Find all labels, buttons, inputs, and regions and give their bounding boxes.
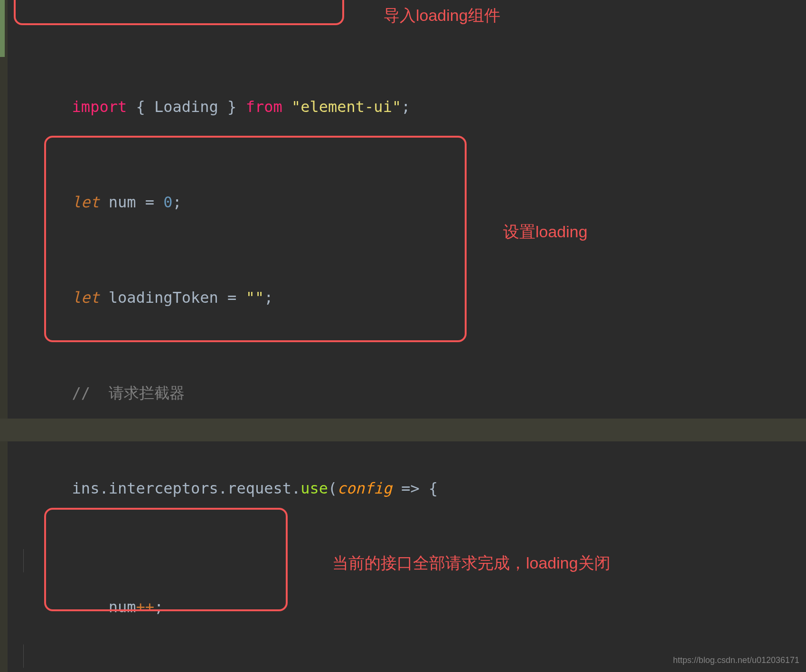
kw-let: let (72, 289, 100, 307)
string: "" (246, 289, 264, 307)
code-line[interactable]: // 请求拦截器 (17, 358, 806, 382)
annotation-set-loading: 设置loading (503, 221, 588, 243)
semicolon: ; (401, 98, 410, 116)
op: ++ (136, 598, 154, 616)
arrow: => (401, 479, 420, 497)
brace: { (136, 98, 154, 116)
annotation-close-loading: 当前的接口全部请求完成，loading关闭 (332, 552, 610, 574)
string: "element-ui" (291, 98, 401, 116)
gutter-change-marker (0, 0, 5, 57)
code-editor: import { Loading } from "element-ui"; le… (0, 0, 806, 672)
brace: } (218, 98, 237, 116)
code-line[interactable]: let num = 0; (17, 168, 806, 191)
code-line[interactable]: let loadingToken = ""; (17, 263, 806, 286)
identifier: ins.interceptors.request. (72, 479, 301, 497)
semicolon: ; (173, 193, 182, 211)
code-line[interactable]: import { Loading } from "element-ui"; (17, 72, 806, 95)
param: config (337, 479, 392, 497)
code-line[interactable]: ins.interceptors.request.use(config => { (17, 454, 806, 477)
number: 0 (163, 193, 172, 211)
annotation-import: 导入loading组件 (384, 5, 500, 27)
comment: // 请求拦截器 (72, 384, 185, 402)
semicolon: ; (264, 289, 273, 307)
kw-let: let (72, 193, 100, 211)
identifier: Loading (154, 98, 218, 116)
paren: ( (328, 479, 337, 497)
editor-gutter (0, 0, 8, 672)
semicolon: ; (154, 598, 163, 616)
identifier: num (72, 598, 136, 616)
watermark: https://blog.csdn.net/u012036171 (673, 655, 799, 665)
op: = (145, 193, 154, 211)
fn: use (300, 479, 328, 497)
kw-import: import (72, 98, 127, 116)
kw-from: from (246, 98, 282, 116)
identifier: loadingToken (109, 289, 218, 307)
identifier: num (109, 193, 136, 211)
op: = (227, 289, 236, 307)
brace: { (420, 479, 438, 497)
